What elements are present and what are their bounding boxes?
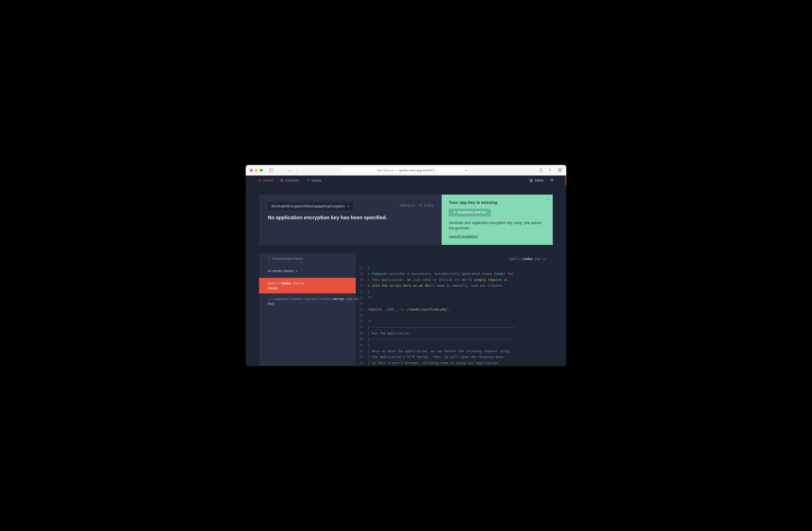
tab-context-label: CONTEXT — [286, 179, 300, 182]
tab-context[interactable]: CONTEXT — [280, 179, 300, 182]
url-text: ignition-test-app.test/#F2 — [399, 168, 435, 172]
expand-vendor-frames[interactable]: Expand vendor frames — [259, 253, 356, 265]
line-number: 40 — [356, 342, 368, 348]
tab-share[interactable]: SHARE — [306, 179, 322, 182]
solution-title: Your app key is missing — [449, 200, 546, 205]
sidebar-toggle-icon[interactable] — [269, 168, 273, 172]
docs-label: DOCS — [535, 179, 543, 182]
docs-link[interactable]: DOCS — [530, 179, 543, 182]
line-number: 28 — [356, 271, 368, 277]
line-number: 42 — [356, 354, 368, 360]
refresh-icon[interactable]: ↻ — [465, 168, 468, 172]
generate-app-key-button[interactable]: GENERATE APP KEY — [449, 209, 491, 216]
code-line: 38| Run The Application — [356, 330, 553, 336]
line-content: | to this client's browser, allowing the… — [368, 360, 553, 366]
forward-button[interactable]: › — [296, 168, 298, 173]
line-number: 36 — [356, 318, 368, 324]
svg-rect-3 — [560, 168, 562, 170]
life-ring-icon — [530, 179, 533, 182]
expand-label: Expand vendor frames — [272, 257, 303, 261]
code-line: 39|-------------------------------------… — [356, 336, 553, 342]
code-column: public/index.php:52 27|28| Composer prov… — [356, 253, 553, 366]
exception-class: Illuminate\Encryption\MissingAppKeyExcep… — [271, 204, 345, 208]
minimize-window-button[interactable] — [255, 169, 258, 172]
svg-line-12 — [532, 179, 532, 180]
svg-point-10 — [531, 180, 532, 181]
svg-rect-2 — [559, 168, 560, 170]
frame-item[interactable]: ~/.composer/vendor/laravel/valet/server.… — [259, 293, 356, 309]
line-number: 27 — [356, 265, 368, 271]
code-line: 32*/ — [356, 295, 553, 301]
line-content: | the application's HTTP kernel. Then, w… — [368, 354, 553, 360]
browser-window: ⌄ ‹ › Not Secure — ignition-test-app.tes… — [246, 165, 566, 366]
new-tab-icon[interactable]: + — [549, 168, 553, 172]
error-card: Illuminate\Encryption\MissingAppKeyExcep… — [259, 195, 442, 245]
code-line: 33 — [356, 301, 553, 307]
solution-link[interactable]: Laravel installation — [449, 234, 546, 238]
expand-icon — [268, 257, 270, 260]
tab-stack-label: STACK — [263, 179, 273, 182]
code-line: 27| — [356, 265, 553, 271]
svg-line-14 — [532, 181, 532, 182]
svg-rect-5 — [560, 170, 562, 171]
solution-card: × Your app key is missing GENERATE APP K… — [442, 195, 553, 245]
line-number: 35 — [356, 312, 368, 319]
wrench-icon — [452, 211, 455, 214]
line-content: /* — [368, 318, 553, 324]
vendor-frames-toggle[interactable]: 42 vendor frames — [268, 267, 298, 274]
close-icon[interactable]: × — [547, 198, 549, 202]
laravel-icon — [419, 204, 423, 207]
line-content: | Composer provides a convenient, automa… — [368, 271, 553, 277]
nav-arrows: ‹ › — [289, 168, 298, 173]
laravel-version: 8.79.0 — [419, 204, 433, 207]
chevron-down-icon — [295, 270, 298, 272]
line-content: |---------------------------------------… — [368, 324, 553, 330]
tabs-grid-icon[interactable] — [558, 168, 562, 172]
content-row: Illuminate\Encryption\MissingAppKeyExcep… — [246, 185, 566, 245]
code-line: 36/* — [356, 318, 553, 324]
line-number: 38 — [356, 330, 368, 336]
frame-function: require — [267, 286, 347, 290]
php-version: PHP 8.1.0 — [400, 204, 415, 207]
code-body[interactable]: 27|28| Composer provides a convenient, a… — [356, 265, 553, 366]
code-line: 31| — [356, 289, 553, 295]
tab-stack[interactable]: STACK — [258, 179, 273, 182]
vendor-count: 42 vendor frames — [268, 269, 293, 273]
code-line: 42| the application's HTTP kernel. Then,… — [356, 354, 553, 360]
share-icon[interactable] — [539, 168, 543, 172]
close-window-button[interactable] — [250, 169, 253, 172]
frame-active[interactable]: public/index.php:52 require — [259, 278, 356, 293]
gear-icon[interactable] — [550, 179, 554, 182]
exception-chip[interactable]: Illuminate\Encryption\MissingAppKeyExcep… — [268, 202, 353, 210]
stack-icon — [258, 179, 261, 182]
solution-description: Generate your application encryption key… — [449, 220, 546, 231]
line-content: | — [368, 289, 553, 295]
svg-rect-0 — [270, 169, 273, 172]
url-bar[interactable]: Not Secure — ignition-test-app.test/#F2 … — [342, 167, 470, 174]
svg-line-13 — [530, 181, 531, 182]
chevron-down-icon[interactable]: ⌄ — [277, 168, 281, 172]
frame-path: public/index.php:52 — [267, 281, 347, 285]
line-content: | into the script here so we don't need … — [368, 283, 553, 289]
code-line: 34require __DIR__.'/../vendor/autoload.p… — [356, 307, 553, 312]
code-line: 40| — [356, 342, 553, 348]
back-button[interactable]: ‹ — [289, 168, 290, 173]
frame-path: ~/.composer/vendor/laravel/valet/server.… — [268, 297, 347, 301]
frame-function: [top] — [268, 302, 347, 306]
line-number: 31 — [356, 289, 368, 295]
line-content: require __DIR__.'/../vendor/autoload.php… — [368, 307, 553, 312]
line-content: | Once we have the application, we can h… — [368, 348, 553, 354]
line-content: */ — [368, 295, 553, 301]
line-number: 34 — [356, 307, 368, 312]
exception-meta: PHP 8.1.0 8.79.0 — [400, 204, 433, 207]
chevron-down-icon — [347, 205, 350, 207]
maximize-window-button[interactable] — [260, 169, 263, 172]
line-content: | — [368, 265, 553, 271]
code-line: 35 — [356, 312, 553, 319]
line-content: | — [368, 342, 553, 348]
code-line: 37|-------------------------------------… — [356, 324, 553, 330]
security-label: Not Secure — — [377, 168, 398, 172]
line-number: 37 — [356, 324, 368, 330]
share-arrow-icon — [306, 179, 309, 182]
titlebar-right: + — [539, 168, 562, 172]
